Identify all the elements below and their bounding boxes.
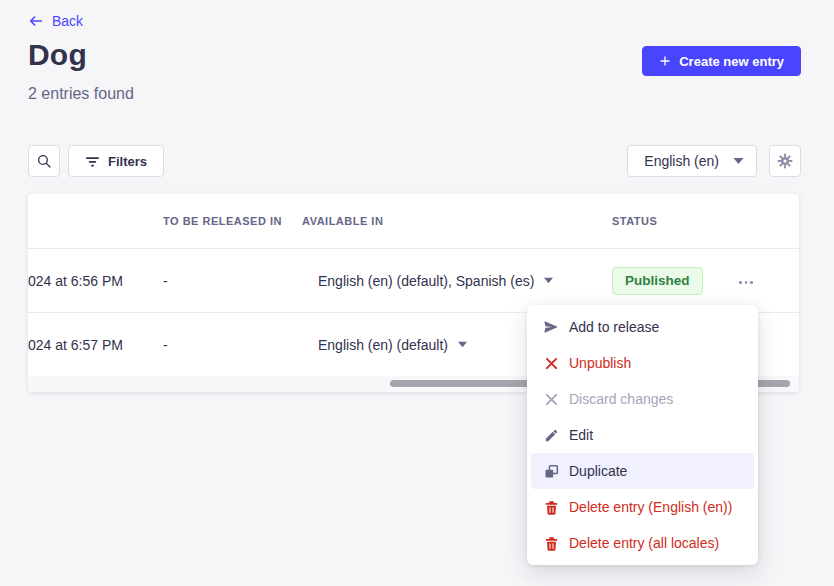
menu-item-label: Add to release (569, 319, 659, 335)
menu-item-discard-changes: Discard changes (531, 381, 754, 417)
menu-item-delete-entry-locale[interactable]: Delete entry (English (en)) (531, 489, 754, 525)
row-actions-menu: Add to release Unpublish Discard changes… (527, 305, 758, 565)
available-in-cell: English (en) (default), Spanish (es) (318, 273, 534, 289)
filters-label: Filters (108, 154, 147, 169)
menu-item-add-to-release[interactable]: Add to release (531, 309, 754, 345)
locales-chevron-down-icon[interactable] (458, 341, 467, 348)
menu-item-edit[interactable]: Edit (531, 417, 754, 453)
to-be-released-cell: - (147, 337, 286, 353)
menu-item-label: Unpublish (569, 355, 631, 371)
updated-cell: 024 at 6:56 PM (28, 273, 147, 289)
menu-item-delete-entry-all-locales[interactable]: Delete entry (all locales) (531, 525, 754, 561)
back-link[interactable]: Back (28, 13, 83, 29)
paper-plane-icon (543, 319, 559, 335)
page-title: Dog (28, 38, 87, 72)
trash-icon (543, 500, 559, 515)
chevron-down-icon (733, 157, 744, 165)
column-header-available-in[interactable]: AVAILABLE IN (286, 215, 596, 227)
menu-item-label: Delete entry (all locales) (569, 535, 719, 551)
locale-select[interactable]: English (en) (627, 145, 757, 177)
cross-icon (543, 357, 559, 370)
table-row[interactable]: 024 at 6:56 PM - English (en) (default),… (28, 248, 799, 312)
search-icon (36, 153, 52, 169)
column-header-status[interactable]: STATUS (596, 215, 721, 227)
status-badge: Published (612, 267, 703, 295)
filters-button[interactable]: Filters (68, 145, 164, 177)
create-new-entry-label: Create new entry (679, 54, 784, 69)
cross-icon (543, 393, 559, 406)
gear-icon (776, 152, 794, 170)
to-be-released-cell: - (147, 273, 286, 289)
filter-icon (85, 154, 100, 169)
pencil-icon (543, 428, 559, 443)
menu-item-label: Delete entry (English (en)) (569, 499, 732, 515)
toolbar-left: Filters (28, 145, 164, 177)
toolbar-right: English (en) (627, 145, 801, 177)
settings-button[interactable] (769, 145, 801, 177)
table-header-row: TO BE RELEASED IN AVAILABLE IN STATUS (28, 194, 799, 248)
trash-icon (543, 536, 559, 551)
back-label: Back (52, 13, 83, 29)
menu-item-duplicate[interactable]: Duplicate (531, 453, 754, 489)
entries-count: 2 entries found (28, 85, 134, 103)
search-button[interactable] (28, 145, 60, 177)
updated-cell: 024 at 6:57 PM (28, 337, 147, 353)
row-actions-button[interactable] (737, 275, 755, 290)
available-in-cell: English (en) (default) (318, 337, 448, 353)
menu-item-label: Discard changes (569, 391, 673, 407)
back-arrow-icon (28, 13, 44, 29)
create-new-entry-button[interactable]: Create new entry (642, 46, 801, 76)
plus-icon (659, 55, 671, 67)
locale-select-value: English (en) (644, 153, 719, 169)
column-header-to-be-released-in[interactable]: TO BE RELEASED IN (147, 215, 286, 227)
menu-item-unpublish[interactable]: Unpublish (531, 345, 754, 381)
menu-item-label: Duplicate (569, 463, 627, 479)
menu-item-label: Edit (569, 427, 593, 443)
locales-chevron-down-icon[interactable] (544, 277, 553, 284)
duplicate-icon (543, 464, 559, 479)
